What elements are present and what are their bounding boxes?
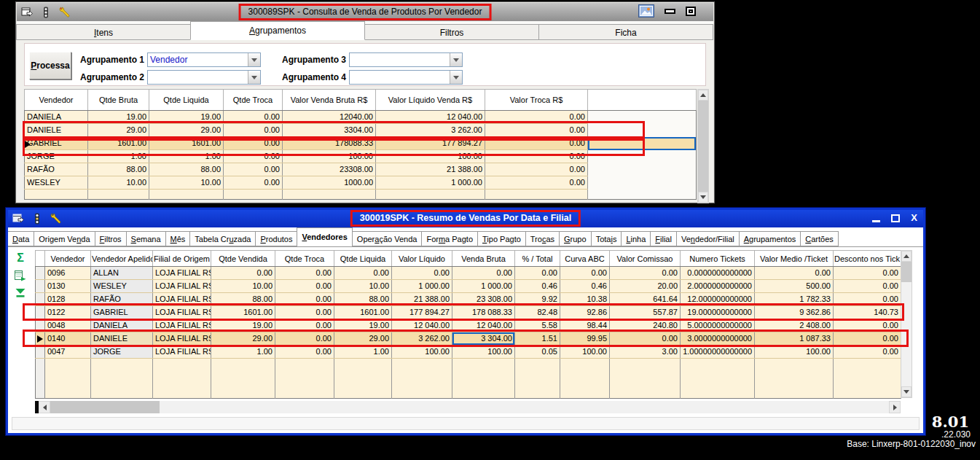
window2-tab-vendedores[interactable]: Vendedores	[297, 227, 352, 247]
grid-cell[interactable]: 177 894.27	[376, 137, 485, 150]
window2-tab-cart-es[interactable]: Cartões	[800, 231, 839, 246]
grid-cell[interactable]: 0.05	[515, 346, 560, 359]
table-row[interactable]: RAFÃO88.0088.000.0023308.0021 388.000.00	[25, 163, 697, 176]
grid-cell[interactable]: 29.00	[211, 332, 275, 346]
grid-cell[interactable]: LOJA FILIAL RS	[153, 280, 211, 293]
grid-cell[interactable]: 1.00	[334, 346, 392, 359]
grid-cell[interactable]: 82.48	[515, 306, 560, 319]
filter-icon[interactable]	[15, 288, 26, 298]
grid-cell[interactable]: DANIELA	[91, 319, 153, 332]
grid-cell[interactable]: 0140	[45, 332, 91, 346]
grid-cell[interactable]: 0.00	[485, 111, 588, 124]
window2-tab-grupo[interactable]: Grupo	[559, 231, 592, 246]
processa-button[interactable]: Processa	[29, 52, 71, 79]
grid-cell[interactable]: 177 894.27	[392, 306, 452, 319]
grid-cell[interactable]: 12 040.00	[392, 319, 452, 332]
grid-cell[interactable]: 1000.00	[283, 176, 376, 190]
grid-cell[interactable]	[588, 163, 697, 176]
table-row[interactable]: 0047JORGELOJA FILIAL RS1.000.001.00100.0…	[36, 346, 901, 359]
scrollbar-thumb[interactable]	[50, 401, 160, 413]
grid-cell[interactable]: 0.00	[224, 163, 283, 176]
grid-cell[interactable]: 1.00	[149, 150, 224, 163]
grid-cell[interactable]: 2 408.00	[755, 319, 834, 332]
grid-cell[interactable]: 0.00	[610, 332, 681, 346]
grid-cell[interactable]: 500.00	[755, 280, 834, 293]
window2-tab-totais[interactable]: Totais	[591, 231, 622, 246]
picture-icon[interactable]	[638, 4, 654, 17]
column-header[interactable]: Venda Bruta	[452, 251, 515, 267]
vendor-sales-grid[interactable]: VendedorQtde BrutaQtde LiquidaQtde Troca…	[24, 89, 697, 200]
window2-tab-agrupamentos[interactable]: Agrupamentos	[739, 231, 801, 246]
grid-cell[interactable]: 29.00	[149, 124, 224, 137]
grid-cell[interactable]: 19.00	[334, 319, 392, 332]
grid-cell[interactable]: 12040.00	[283, 111, 376, 124]
grid-cell[interactable]: 0096	[45, 267, 91, 280]
grid-cell[interactable]: 0.00	[275, 319, 334, 332]
window1-tab-itens[interactable]: Itens	[16, 24, 191, 40]
grid-cell[interactable]: LOJA FILIAL RS	[153, 306, 211, 319]
grid-cell[interactable]: 100.00	[376, 150, 485, 163]
grid-cell[interactable]: WESLEY	[91, 280, 153, 293]
grid-cell[interactable]: 19.00	[88, 111, 149, 124]
vertical-scrollbar[interactable]	[697, 89, 709, 203]
grid-cell[interactable]: 29.00	[334, 332, 392, 346]
row-selector[interactable]	[36, 346, 45, 359]
grid-cell[interactable]: 0128	[45, 293, 91, 306]
grid-cell[interactable]: 0.00	[515, 267, 560, 280]
column-header[interactable]: Valor Troca R$	[485, 90, 588, 111]
grid-cell[interactable]: 0.00	[275, 280, 334, 293]
grid-cell[interactable]: 0130	[45, 280, 91, 293]
scroll-left-button[interactable]	[39, 401, 50, 413]
table-row[interactable]: WESLEY10.0010.000.001000.001 000.000.00	[25, 176, 697, 190]
grid-cell[interactable]: 0.00	[834, 267, 901, 280]
minimize-button[interactable]	[665, 9, 675, 14]
grid-cell[interactable]: 10.00	[88, 176, 149, 190]
window2-tab-vendedor-filial[interactable]: Vendedor/Filial	[676, 231, 740, 246]
grid-cell[interactable]: 12 040.00	[376, 111, 485, 124]
grid-cell[interactable]	[588, 124, 697, 137]
grid-cell[interactable]: LOJA FILIAL RS	[153, 346, 211, 359]
vertical-scrollbar[interactable]	[901, 250, 912, 398]
window2-tab-filial[interactable]: Filial	[650, 231, 677, 246]
column-header[interactable]: Filial de Origem	[153, 251, 211, 267]
grid-cell[interactable]	[588, 176, 697, 190]
grid-cell[interactable]: 19.000000000000	[681, 306, 755, 319]
table-row[interactable]: 0048DANIELALOJA FILIAL RS19.000.0019.001…	[36, 319, 901, 332]
grid-cell[interactable]: 0.00	[275, 267, 334, 280]
grid-cell[interactable]: 100.00	[452, 346, 515, 359]
grid-cell[interactable]: 0.00	[275, 306, 334, 319]
grid-cell[interactable]: ALLAN	[91, 267, 153, 280]
column-header[interactable]: Valor Medio /Ticket	[755, 251, 834, 267]
row-selector[interactable]	[36, 306, 45, 319]
window2-tab-semana[interactable]: Semana	[126, 231, 166, 246]
dropdown-arrow-icon[interactable]	[248, 71, 260, 84]
grid-cell[interactable]: 1.00000000000000	[681, 346, 755, 359]
grid-cell[interactable]: 9.92	[515, 293, 560, 306]
dropdown-arrow-icon[interactable]	[248, 53, 260, 66]
column-header[interactable]	[588, 90, 697, 111]
grid-cell[interactable]: 1601.00	[149, 137, 224, 150]
grid-cell[interactable]: 0048	[45, 319, 91, 332]
grid-cell[interactable]: GABRIEL	[91, 306, 153, 319]
grid-cell[interactable]	[588, 137, 697, 150]
scroll-up-button[interactable]	[901, 251, 912, 262]
grid-cell[interactable]: LOJA FILIAL RS	[153, 332, 211, 346]
row-selector[interactable]	[36, 267, 45, 280]
minimize-button[interactable]	[872, 220, 880, 222]
grid-cell[interactable]: 20.00	[610, 280, 681, 293]
grid-cell[interactable]: 0.00	[224, 124, 283, 137]
window1-tab-filtros[interactable]: Filtros	[364, 24, 539, 40]
grid-cell[interactable]: 100.00	[283, 150, 376, 163]
grid-cell[interactable]: DANIELE	[91, 332, 153, 346]
grid-cell[interactable]: 100.00	[392, 346, 452, 359]
window2-tab-filtros[interactable]: Filtros	[95, 231, 127, 246]
grid-cell[interactable]: GABRIEL	[25, 137, 88, 150]
window2-tab-origem-venda[interactable]: Origem Venda	[34, 231, 95, 246]
window2-tab-data[interactable]: Data	[8, 231, 34, 246]
grid-cell[interactable]: 1601.00	[88, 137, 149, 150]
grid-cell[interactable]: 12.000000000000	[681, 293, 755, 306]
grid-cell[interactable]: 0.00	[224, 150, 283, 163]
grid-cell[interactable]: 23 308.00	[452, 293, 515, 306]
scrollbar-track[interactable]	[901, 282, 912, 386]
grid-cell[interactable]: JORGE	[91, 346, 153, 359]
